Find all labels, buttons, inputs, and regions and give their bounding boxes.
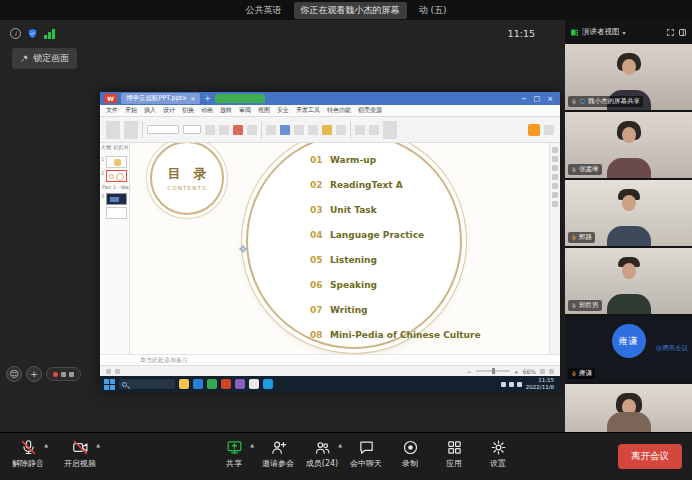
camera-off-icon — [72, 439, 89, 456]
panel-tab-outline: 大纲 — [101, 144, 111, 152]
record-label: 录制 — [402, 458, 418, 469]
zoom-in-icon: + — [514, 368, 519, 375]
toc-title-circle: 目 录 CONTENTS — [150, 143, 224, 215]
mic-active-icon — [571, 235, 577, 241]
connection-status-row: i — [10, 28, 55, 39]
info-icon[interactable]: i — [10, 28, 21, 39]
reaction-button[interactable]: ☺ — [6, 366, 22, 382]
wps-menu-bar: 文件开始插入设计切换动画放映审阅视图安全开发工具特色功能稻壳资源 — [100, 105, 560, 117]
invite-label: 邀请参会 — [262, 458, 294, 469]
wps-menu-item: 开始 — [125, 106, 137, 115]
invite-button[interactable]: 邀请参会 — [256, 439, 300, 469]
participant-tile-sharing[interactable]: 魏小杰的屏幕共享 — [565, 44, 692, 110]
outline-section-label: Part 1 - Warm-up — [102, 185, 124, 191]
mini-toolbar: ☺ + — [6, 366, 81, 382]
share-button[interactable]: 共享 ▲ — [212, 439, 256, 469]
speaker-view-icon — [570, 28, 579, 37]
apps-button[interactable]: 应用 — [432, 439, 476, 469]
course-title: 公共英语 — [246, 4, 282, 17]
members-button[interactable]: 成员(24) ▲ — [300, 439, 344, 469]
toc-item: 08 Mini-Pedia of Chinese Culture — [310, 330, 481, 341]
taskbar-app-icon — [249, 379, 259, 389]
watching-screen-notice: 你正在观看魏小杰的屏幕 — [294, 2, 407, 19]
toc-item-number: 01 — [310, 155, 326, 166]
share-label: 共享 — [226, 458, 242, 469]
leave-meeting-button[interactable]: 离开会议 — [618, 444, 682, 469]
participant-tile[interactable]: 张孟琳 — [565, 112, 692, 178]
slide-thumbnail-selected — [106, 170, 127, 182]
unmute-button[interactable]: 解除静音 ▲ — [6, 439, 50, 469]
toc-item-number: 04 — [310, 230, 326, 241]
caret-up-icon[interactable]: ▲ — [250, 442, 254, 448]
wps-menu-item: 安全 — [277, 106, 289, 115]
security-shield-icon[interactable] — [27, 28, 38, 39]
slide-subtitle: CONTENTS — [167, 185, 207, 191]
taskbar-app-icon — [263, 379, 273, 389]
participant-tile[interactable]: 雍谦 @腾讯会议 雍谦 — [565, 316, 692, 382]
participant-name: 魏小杰的屏幕共享 — [588, 97, 640, 106]
taskbar-app-icon — [221, 379, 231, 389]
participant-name-badge: 郭胜男 — [568, 300, 602, 311]
chat-icon — [358, 439, 375, 456]
start-video-button[interactable]: 开启视频 ▲ — [58, 439, 102, 469]
caret-up-icon[interactable]: ▲ — [96, 442, 100, 448]
toc-item-label: Warm-up — [330, 155, 376, 166]
start-button-icon — [104, 379, 115, 390]
recording-indicator[interactable] — [46, 367, 81, 381]
mic-icon — [571, 99, 577, 105]
wps-document-tab-label: 博学云起航PPT.pptx — [126, 94, 186, 103]
font-name-combo — [147, 125, 179, 134]
wps-window-controls: −□× — [521, 95, 556, 103]
share-screen-icon — [226, 439, 243, 456]
chat-button[interactable]: 会中聊天 — [344, 439, 388, 469]
participant-tiles: 魏小杰的屏幕共享 张孟琳 — [565, 44, 692, 432]
wps-menu-item: 审阅 — [239, 106, 251, 115]
network-signal-icon — [44, 28, 55, 39]
tab-close-icon: ✕ — [190, 95, 195, 102]
toolbar-button — [266, 125, 276, 135]
windows-taskbar: 11:15 2022/11/8 — [100, 376, 560, 392]
toc-item-number: 08 — [310, 330, 326, 341]
settings-button[interactable]: 设置 — [476, 439, 520, 469]
participant-tile[interactable] — [565, 384, 692, 432]
apps-grid-icon — [446, 439, 463, 456]
wps-menu-item: 插入 — [144, 106, 156, 115]
lock-screen-label: 锁定画面 — [33, 52, 69, 65]
leave-meeting-label: 离开会议 — [631, 450, 669, 461]
participant-tile[interactable]: 郭胜男 — [565, 248, 692, 314]
toc-item: 03 Unit Task — [310, 205, 481, 216]
participant-tile[interactable]: 郑路 — [565, 180, 692, 246]
taskbar-search — [119, 379, 175, 389]
window-control-icon: − — [521, 95, 527, 103]
main-stage: i 11:15 锁定画面 W 博学云起航PPT.pptx ✕ + −□× — [0, 20, 565, 432]
invite-person-icon — [270, 439, 287, 456]
record-dot-icon — [53, 372, 58, 377]
avatar: 雍谦 — [612, 324, 646, 358]
caret-up-icon[interactable]: ▲ — [338, 442, 342, 448]
slide-canvas: 目 录 CONTENTS ❖ 01 Warm-up — [130, 143, 549, 354]
lock-screen-button[interactable]: 锁定画面 — [12, 48, 77, 69]
layout-icon[interactable] — [678, 28, 687, 37]
caret-up-icon[interactable]: ▲ — [44, 442, 48, 448]
toc-item-label: Mini-Pedia of Chinese Culture — [330, 330, 481, 341]
fullscreen-icon[interactable] — [666, 28, 675, 37]
slide-thumbnail — [106, 193, 127, 205]
zoom-slider — [476, 370, 510, 372]
annotate-button[interactable]: + — [26, 366, 42, 382]
shared-screen[interactable]: W 博学云起航PPT.pptx ✕ + −□× 文件开始插入设计切换动画放映审阅… — [100, 92, 560, 392]
gear-icon — [490, 439, 507, 456]
wps-logo: W — [104, 94, 117, 103]
view-mode-selector[interactable]: 演讲者视图 — [582, 27, 620, 37]
wps-menu-item: 开发工具 — [296, 106, 320, 115]
record-button[interactable]: 录制 — [388, 439, 432, 469]
watermark-text: @腾讯会议 — [656, 344, 689, 353]
unmute-label: 解除静音 — [12, 458, 44, 469]
diamond-logo-icon: ❖ — [238, 243, 248, 256]
mic-icon — [571, 303, 577, 309]
taskbar-time: 11:15 — [538, 377, 554, 383]
toolbar-button — [294, 125, 304, 135]
panel-tab-slides: 幻灯片 — [114, 144, 129, 152]
share-doc-button — [528, 124, 540, 136]
toc-item-number: 02 — [310, 180, 326, 191]
wps-menu-item: 特色功能 — [327, 106, 351, 115]
